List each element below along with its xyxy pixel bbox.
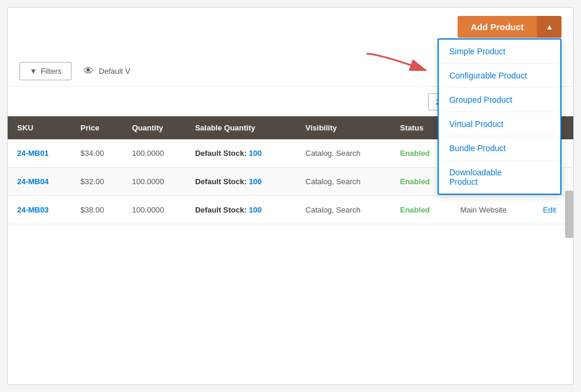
scrollbar[interactable]	[565, 191, 573, 238]
cell-quantity: 100.0000	[125, 168, 188, 196]
cell-price: $32.00	[73, 168, 125, 196]
filters-label: Filters	[41, 67, 61, 76]
cell-visibility: Catalog, Search	[298, 168, 393, 196]
col-header-salable-qty: Salable Quantity	[188, 116, 298, 139]
add-product-dropdown-toggle[interactable]: ▲	[537, 16, 562, 38]
eye-icon[interactable]: 👁	[83, 65, 94, 77]
edit-link[interactable]: Edit	[543, 205, 556, 214]
cell-price: $34.00	[73, 139, 125, 168]
status-badge: Enabled	[400, 177, 430, 186]
main-container: Add Product ▲ Simple Product Configurabl…	[7, 7, 574, 385]
col-header-sku: SKU	[8, 116, 73, 139]
cell-website: Main Website	[453, 196, 536, 224]
cell-visibility: Catalog, Search	[298, 196, 393, 224]
add-product-dropdown-menu: Simple Product Configurable Product Grou…	[438, 38, 562, 195]
dropdown-item-configurable[interactable]: Configurable Product	[439, 64, 560, 88]
filters-button[interactable]: ▼ Filters	[19, 62, 71, 80]
dropdown-item-grouped[interactable]: Grouped Product	[439, 88, 560, 112]
cell-salable-qty: Default Stock: 100	[188, 139, 298, 168]
cell-visibility: Catalog, Search	[298, 139, 393, 168]
cell-price: $38.00	[73, 196, 125, 224]
col-header-price: Price	[73, 116, 125, 139]
sku-link[interactable]: 24-MB04	[17, 177, 48, 186]
cell-salable-qty: Default Stock: 100	[188, 196, 298, 224]
cell-quantity: 100.0000	[125, 196, 188, 224]
sku-link[interactable]: 24-MB01	[17, 149, 48, 158]
cell-sku: 24-MB01	[8, 139, 73, 168]
col-header-quantity: Quantity	[125, 116, 188, 139]
table-row: 24-MB03 $38.00 100.0000 Default Stock: 1…	[8, 196, 573, 224]
toolbar: Add Product ▲	[8, 8, 573, 27]
filter-icon: ▼	[30, 67, 37, 76]
cell-status: Enabled	[393, 196, 453, 224]
dropdown-item-bundle[interactable]: Bundle Product	[439, 136, 560, 161]
cell-quantity: 100.0000	[125, 139, 188, 168]
dropdown-item-virtual[interactable]: Virtual Product	[439, 112, 560, 136]
status-badge: Enabled	[400, 205, 430, 214]
default-view-text: Default V	[99, 67, 130, 76]
cell-sku: 24-MB04	[8, 168, 73, 196]
cell-sku: 24-MB03	[8, 196, 73, 224]
cell-salable-qty: Default Stock: 100	[188, 168, 298, 196]
add-product-group: Add Product ▲	[458, 16, 562, 38]
col-header-visibility: Visibility	[298, 116, 393, 139]
add-product-button[interactable]: Add Product	[458, 16, 537, 38]
sku-link[interactable]: 24-MB03	[17, 205, 48, 214]
dropdown-item-simple[interactable]: Simple Product	[439, 40, 560, 64]
status-badge: Enabled	[400, 149, 430, 158]
dropdown-item-downloadable[interactable]: DownloadableProduct	[439, 161, 560, 194]
